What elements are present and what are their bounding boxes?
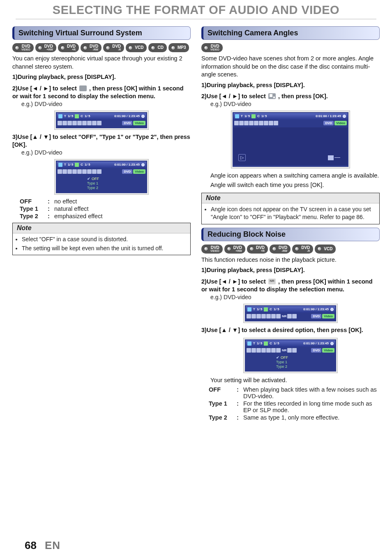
note-box: NoteSelect "OFF" in a case sound is dist… (12, 223, 191, 256)
effect-definitions: OFF:When playing back titles with a few … (209, 386, 380, 421)
disc-icon (227, 247, 231, 251)
result-text: Angle icon appears when a switching came… (210, 172, 380, 180)
note-title: Note (202, 193, 379, 203)
osd-screenshot: T1/ 5 C1/ 5 0:01:00 / 1:23:45DVDVideo✔OF… (54, 159, 149, 195)
disc-icon (38, 46, 42, 50)
note-title: Note (13, 223, 190, 233)
note-item: Select "OFF" in a case sound is distorte… (22, 235, 186, 243)
format-badge: MP3 (168, 43, 189, 52)
disc-icon (151, 46, 155, 50)
effect-definitions: OFF:no effectType 1:natural effectType 2… (20, 198, 191, 219)
format-badge: DVD-R (103, 43, 124, 52)
format-badge: DVDVIDEO (201, 43, 223, 52)
disc-icon (317, 247, 322, 251)
disc-icon (204, 46, 208, 50)
format-badge: DVD-R (292, 245, 313, 254)
page-footer: 68 EN (25, 539, 60, 552)
note-item: The setting will be kept even when the u… (22, 245, 186, 252)
format-badge: VCD (315, 245, 336, 254)
page-title: SELECTING THE FORMAT OF AUDIO AND VIDEO (16, 3, 376, 20)
section-heading-angles: Switching Camera Angles (201, 26, 380, 40)
intro-text: You can enjoy stereophonic virtual space… (12, 55, 191, 71)
format-badge: DVD+R (58, 43, 79, 52)
section-heading-surround: Switching Virtual Surround System (12, 26, 191, 40)
disc-icon (60, 46, 65, 50)
note-item: Angle icon does not appear on the TV scr… (211, 205, 375, 221)
play-icon: ▷ (238, 154, 246, 161)
disc-icon (272, 247, 277, 251)
osd-screenshot: T1/ 5 C1/ 5 0:01:00 / 1:23:45NRDVDVideo (243, 304, 338, 323)
format-badges: DVDVIDEODVD+RWDVD+RDVD-RWDVD-RVCDCDMP3 (12, 43, 191, 52)
disc-icon (249, 247, 254, 251)
intro-text: This function reduces noise in the playb… (201, 256, 380, 264)
result-text: Angle will switch each time you press [O… (210, 181, 380, 189)
result-text: Your setting will be activated. (210, 376, 380, 385)
disc-icon (83, 46, 88, 50)
format-badge: DVD-RW (81, 43, 101, 52)
disc-icon (295, 247, 299, 251)
osd-option-menu: ✔OFFType 1Type 2 (87, 177, 116, 191)
disc-icon (171, 46, 175, 50)
format-badge: DVD+R (247, 245, 268, 254)
format-badge: DVD+RW (224, 245, 245, 254)
nr-icon (268, 279, 276, 284)
format-badges: DVDVIDEO (201, 43, 380, 52)
osd-option-menu: ✔OFFType 1Type 2 (276, 355, 305, 369)
disc-icon (204, 247, 208, 251)
intro-text: Some DVD-video have scenes shot from 2 o… (201, 55, 380, 79)
section-heading-noise: Reducing Block Noise (201, 228, 380, 241)
page-lang: EN (45, 539, 60, 552)
osd-screenshot: T1/ 5 C1/ 5 0:01:00 / 1:23:45DVDVideo (54, 111, 149, 130)
osd-screenshot: T1/ 5 C1/ 5 0:01:00 / 1:23:45NRDVDVideo✔… (243, 338, 338, 374)
format-badge: DVDVIDEO (201, 245, 223, 254)
osd-screenshot: T1/ 5 C1/ 5 0:01:00 / 1:23:45DVDVideo▷ (231, 111, 350, 168)
format-badge: CD (148, 43, 166, 52)
page-number: 68 (25, 539, 37, 552)
angle-indicator-icon (328, 155, 334, 160)
format-badge: DVD+RW (35, 43, 56, 52)
format-badges: DVDVIDEODVD+RWDVD+RDVD-RWDVD-RVCD (201, 245, 380, 254)
angle-icon (268, 93, 276, 99)
note-box: NoteAngle icon does not appear on the TV… (201, 193, 380, 224)
format-badge: DVDVIDEO (12, 43, 34, 52)
format-badge: VCD (126, 43, 147, 52)
disc-icon (106, 46, 110, 50)
disc-icon (15, 46, 19, 50)
surround-icon (79, 85, 87, 91)
disc-icon (128, 46, 133, 50)
format-badge: DVD-RW (270, 245, 291, 254)
